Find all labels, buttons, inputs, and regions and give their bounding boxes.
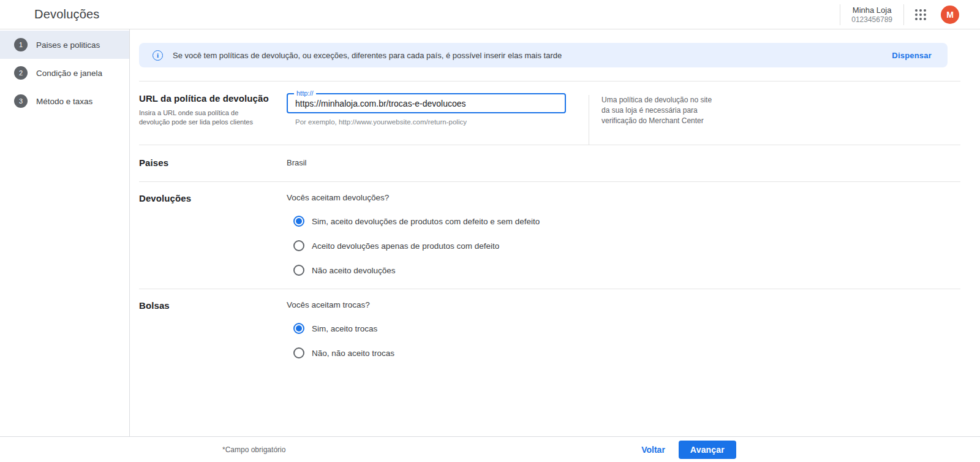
section-label-col: Paises xyxy=(139,157,287,181)
content-area: Se você tem políticas de devolução, ou e… xyxy=(130,29,980,436)
sidebar-item-label: Método e taxas xyxy=(36,97,92,106)
country-value: Brasil xyxy=(287,157,307,181)
countries-section: Paises Brasil xyxy=(139,145,960,182)
next-button[interactable]: Avançar xyxy=(679,441,736,459)
google-apps-button[interactable] xyxy=(904,3,936,26)
sidebar-item-label: Paises e politicas xyxy=(36,40,100,50)
radio-option-returns-yes-all[interactable]: Sim, aceito devoluções de produtos com d… xyxy=(293,216,540,227)
dismiss-button[interactable]: Dispensar xyxy=(892,51,932,60)
url-policy-section: URL da política de devolução Insira a UR… xyxy=(139,81,960,145)
section-title: Bolsas xyxy=(139,300,287,311)
radio-label: Não aceito devoluções xyxy=(312,266,396,275)
banner-message: Se você tem políticas de devolução, ou e… xyxy=(173,51,562,60)
radio-option-exchanges-yes[interactable]: Sim, aceito trocas xyxy=(293,323,394,334)
radio-icon xyxy=(293,323,304,334)
returns-question: Vocês aceitam devoluções? xyxy=(287,193,540,202)
radio-label: Não, não aceito trocas xyxy=(312,349,394,358)
back-button[interactable]: Voltar xyxy=(635,441,671,458)
step-number-badge: 1 xyxy=(14,38,28,51)
return-policy-url-input[interactable] xyxy=(288,99,565,108)
header-right: Minha Loja 0123456789 M xyxy=(840,3,959,26)
url-input-floating-label: http:// xyxy=(294,89,316,97)
apps-grid-icon xyxy=(915,9,926,20)
radio-icon xyxy=(293,240,304,251)
radio-option-exchanges-no[interactable]: Não, não aceito trocas xyxy=(293,347,394,358)
account-name: Minha Loja xyxy=(851,6,892,15)
radio-label: Aceito devoluções apenas de produtos com… xyxy=(312,241,499,251)
section-title: Paises xyxy=(139,157,287,168)
footer-actions: Voltar Avançar xyxy=(635,441,736,459)
url-side-note: Uma política de devolução no site da sua… xyxy=(589,95,720,145)
avatar[interactable]: M xyxy=(941,6,959,24)
exchanges-section: Bolsas Vocês aceitam trocas? Sim, aceito… xyxy=(139,289,960,436)
radio-label: Sim, aceito devoluções de produtos com d… xyxy=(312,217,540,226)
exchanges-radio-group: Vocês aceitam trocas? Sim, aceito trocas… xyxy=(287,300,394,436)
footer-bar: *Campo obrigatório Voltar Avançar xyxy=(0,436,980,462)
url-input-helper: Por exemplo, http://www.yourwebsite.com/… xyxy=(295,118,568,126)
radio-icon xyxy=(293,347,304,358)
section-label-col: URL da política de devolução Insira a UR… xyxy=(139,93,287,145)
radio-label: Sim, aceito trocas xyxy=(312,324,377,333)
radio-icon xyxy=(293,265,304,276)
account-switcher[interactable]: Minha Loja 0123456789 xyxy=(840,6,903,24)
banner-wrap: Se você tem políticas de devolução, ou e… xyxy=(139,29,960,81)
app-header: Devoluções Minha Loja 0123456789 M xyxy=(0,0,980,29)
section-description: Insira a URL onde sua política de devolu… xyxy=(139,108,271,127)
steps-sidebar: 1 Paises e politicas 2 Condição e janela… xyxy=(0,29,130,436)
info-icon xyxy=(153,50,163,61)
section-label-col: Bolsas xyxy=(139,300,287,436)
radio-option-returns-defect-only[interactable]: Aceito devoluções apenas de produtos com… xyxy=(293,240,540,251)
radio-icon xyxy=(293,216,304,227)
sidebar-item-label: Condição e janela xyxy=(36,69,102,78)
url-input-box: http:// xyxy=(287,93,566,113)
sidebar-item-metodo-e-taxas[interactable]: 3 Método e taxas xyxy=(0,87,129,115)
url-field-col: http:// Por exemplo, http://www.yourwebs… xyxy=(287,93,568,145)
exchanges-question: Vocês aceitam trocas? xyxy=(287,300,394,309)
required-field-note: *Campo obrigatório xyxy=(222,445,285,454)
returns-radio-group: Vocês aceitam devoluções? Sim, aceito de… xyxy=(287,193,540,289)
section-title: URL da política de devolução xyxy=(139,93,287,104)
returns-section: Devoluções Vocês aceitam devoluções? Sim… xyxy=(139,182,960,289)
step-number-badge: 2 xyxy=(14,66,28,80)
sidebar-item-condicao-e-janela[interactable]: 2 Condição e janela xyxy=(0,59,129,87)
account-id: 0123456789 xyxy=(851,15,892,24)
sidebar-item-paises-e-politicas[interactable]: 1 Paises e politicas xyxy=(0,31,129,59)
page-title: Devoluções xyxy=(34,7,100,21)
radio-option-returns-no[interactable]: Não aceito devoluções xyxy=(293,265,540,276)
section-title: Devoluções xyxy=(139,193,287,203)
section-label-col: Devoluções xyxy=(139,193,287,289)
step-number-badge: 3 xyxy=(14,94,28,108)
main-layout: 1 Paises e politicas 2 Condição e janela… xyxy=(0,29,980,436)
info-banner: Se você tem políticas de devolução, ou e… xyxy=(139,43,948,67)
